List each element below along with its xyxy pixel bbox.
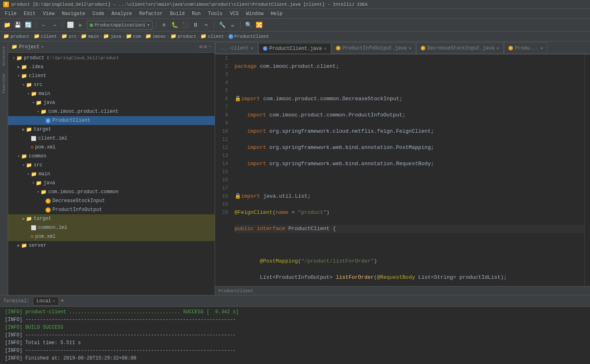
project-gear-icon[interactable]: ⚙ <box>199 44 202 50</box>
menu-code[interactable]: Code <box>89 10 108 17</box>
tree-item-productinfooutput[interactable]: C ProductInfoOutput <box>8 205 215 214</box>
tree-item-productclient[interactable]: I ProductClient <box>8 116 215 125</box>
project-dropdown-arrow[interactable]: ▾ <box>41 45 43 50</box>
favorites-tab[interactable]: Favorites <box>1 70 7 97</box>
tree-item-server[interactable]: ▶ 📁 server <box>8 241 215 250</box>
menu-window[interactable]: Window <box>243 10 267 17</box>
menu-help[interactable]: Help <box>267 10 286 17</box>
breadcrumb-src[interactable]: 📁 src <box>61 33 77 39</box>
toolbar-run-config-btn[interactable]: ▶ <box>76 21 85 30</box>
tree-item-client[interactable]: ▾ 📁 client <box>8 71 215 80</box>
toolbar-sep2 <box>62 22 62 29</box>
tree-item-root[interactable]: ▾ 📁 product E:\SpringCloud_Sell\product <box>8 54 215 62</box>
tab-produ[interactable]: C Produ... ✕ <box>504 42 547 54</box>
breadcrumb-client2[interactable]: 📁 client <box>200 33 224 39</box>
toolbar-cup-btn[interactable]: ☕ <box>228 21 237 30</box>
common-src-arrow: ▾ <box>21 163 26 168</box>
tab-produ-close[interactable]: ✕ <box>540 45 543 51</box>
toolbar-save-btn[interactable]: 💾 <box>13 21 22 30</box>
tab-productclient-label: ProductClient.java <box>269 46 322 52</box>
terminal-tab-local[interactable]: Local ✕ <box>33 297 59 306</box>
breadcrumb-java[interactable]: 📁 java <box>103 33 121 39</box>
project-layout-icon[interactable]: ⊟ <box>204 44 207 50</box>
breadcrumb-com[interactable]: 📁 com <box>126 33 141 39</box>
code-line-3: 🔒import com.imooc.product.common.Decreas… <box>235 95 584 103</box>
run-config-dropdown[interactable]: ProductApplication1 ▾ <box>87 21 153 30</box>
tree-item-client-target[interactable]: ▶ 📁 target <box>8 125 215 134</box>
toolbar-open-btn[interactable]: 📁 <box>2 21 11 30</box>
menu-navigate[interactable]: Navigate <box>58 10 88 17</box>
client-pom-icon: m <box>31 145 34 150</box>
toolbar-step-over-btn[interactable]: ↷ <box>202 21 211 30</box>
terminal-output: [INFO] product-client ..................… <box>0 307 590 364</box>
tree-item-client-pkg[interactable]: ▾ 📁 com.imooc.product.client <box>8 107 215 116</box>
toolbar-stop-btn[interactable]: ⬛ <box>181 21 189 30</box>
breadcrumb-imooc[interactable]: 📁 imooc <box>145 33 166 39</box>
toolbar-refresh-btn[interactable]: 🔄 <box>24 21 32 30</box>
tab-client-close[interactable]: ✕ <box>251 45 254 51</box>
toolbar-back-btn[interactable]: ← <box>39 21 48 30</box>
tree-item-client-iml[interactable]: ⬜ client.iml <box>8 134 215 143</box>
terminal-close-btn[interactable]: ✕ <box>53 299 55 304</box>
code-editor[interactable]: package com.imooc.product.client; 🔒impor… <box>231 54 584 286</box>
breadcrumb-sep5: › <box>122 34 125 39</box>
tab-client[interactable]: ...-client ✕ <box>215 42 258 54</box>
terminal-line-7: [INFO] Finished at: 2019-06-28T15:29:32+… <box>5 355 585 362</box>
breadcrumb-main[interactable]: 📁 main <box>81 33 99 39</box>
common-main-label: main <box>39 171 50 177</box>
tree-item-common-target[interactable]: ▶ 📁 target <box>8 214 215 223</box>
toolbar-copy-btn[interactable]: ⬜ <box>66 21 75 30</box>
tab-decreasestockinput[interactable]: C DecreaseStockInput.java ✕ <box>416 42 504 54</box>
toolbar-vcs-btn[interactable]: 🔀 <box>254 21 263 30</box>
tree-item-common-pkg[interactable]: ▾ 📁 com.imooc.product.common <box>8 187 215 196</box>
code-line-10: @FeignClient(name = "product") <box>235 209 584 217</box>
tree-item-idea[interactable]: ▶ 📁 .idea <box>8 62 215 71</box>
tree-item-common-iml[interactable]: ⬜ common.iml <box>8 223 215 232</box>
menu-file[interactable]: File <box>2 10 20 17</box>
menu-edit[interactable]: Edit <box>21 10 39 17</box>
tab-productinfooutput-close[interactable]: ✕ <box>409 45 411 51</box>
menu-tools[interactable]: Tools <box>205 10 226 17</box>
toolbar-debug-btn[interactable]: 🐛 <box>170 21 179 30</box>
tree-item-common-pom[interactable]: m pom.xml <box>8 232 215 241</box>
toolbar-wrench-btn[interactable]: 🔧 <box>217 21 226 30</box>
breadcrumb-product2-label: product <box>178 34 196 39</box>
tree-item-common-main[interactable]: ▾ 📁 main <box>8 170 215 179</box>
tab-productinfooutput[interactable]: C ProductInfoOutput.java ✕ <box>332 42 416 54</box>
menu-analyze[interactable]: Analyze <box>108 10 135 17</box>
tree-item-common-src[interactable]: ▾ 📁 src <box>8 161 215 170</box>
toolbar-search-btn[interactable]: 🔍 <box>244 21 253 30</box>
toolbar-forward-btn[interactable]: → <box>50 21 59 30</box>
menu-run[interactable]: Run <box>189 10 204 17</box>
tree-item-client-main[interactable]: ▾ 📁 main <box>8 89 215 98</box>
tab-productclient-close[interactable]: ✕ <box>324 46 327 51</box>
menu-view[interactable]: View <box>40 10 58 17</box>
tree-item-client-src[interactable]: ▾ 📁 src <box>8 80 215 89</box>
editor-tabs: ...-client ✕ I ProductClient.java ✕ C Pr… <box>215 41 590 54</box>
toolbar-pause-btn[interactable]: ⏸ <box>191 21 200 30</box>
tree-item-common[interactable]: ▾ 📁 common <box>8 152 215 161</box>
tab-decreasestockinput-close[interactable]: ✕ <box>497 45 500 51</box>
breadcrumb-product2[interactable]: 📁 product <box>170 33 196 39</box>
toolbar-rebuild-btn[interactable]: ⚙ <box>159 21 168 30</box>
common-pkg-label: com.imooc.product.common <box>48 189 118 195</box>
server-folder-icon: 📁 <box>21 243 27 249</box>
breadcrumb-product[interactable]: 📁 product <box>3 33 29 39</box>
terminal-add-btn[interactable]: + <box>60 297 65 305</box>
menu-build[interactable]: Build <box>167 10 188 17</box>
tree-item-common-java[interactable]: ▾ 📁 java <box>8 179 215 187</box>
tab-productinfooutput-label: ProductInfoOutput.java <box>342 45 407 51</box>
breadcrumb-client[interactable]: 📁 client <box>34 33 57 39</box>
menu-refactor[interactable]: Refactor <box>136 10 166 17</box>
tree-item-client-pom[interactable]: m pom.xml <box>8 143 215 152</box>
structure-tab[interactable]: Structure <box>1 43 7 69</box>
toolbar-sep3 <box>156 22 156 29</box>
project-minimize-icon[interactable]: − <box>209 44 211 50</box>
tree-item-decreasestockinput[interactable]: C DecreaseStockInput <box>8 196 215 205</box>
tab-productclient[interactable]: I ProductClient.java ✕ <box>258 43 331 54</box>
code-line-11: public interface ProductClient { <box>235 225 584 233</box>
tree-item-client-java[interactable]: ▾ 📁 java <box>8 98 215 107</box>
menu-vcs[interactable]: VCS <box>227 10 242 17</box>
breadcrumb-productclient[interactable]: I ProductClient <box>228 34 269 39</box>
breadcrumb-main-folder: 📁 <box>81 33 87 39</box>
